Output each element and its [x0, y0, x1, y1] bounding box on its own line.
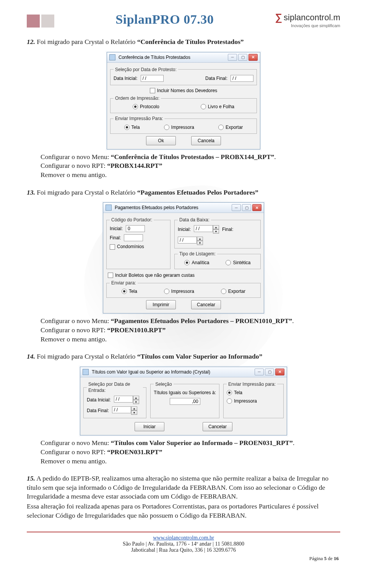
minimize-button[interactable]: ─ [255, 369, 264, 375]
group-legend: Enviar para: [110, 280, 138, 286]
input-data-final[interactable]: / / [231, 75, 253, 82]
radio-impressora[interactable]: Impressora [227, 398, 257, 404]
radio-tela[interactable]: Tela [122, 288, 137, 294]
input-data-inicial[interactable]: / /▲▼ [114, 396, 139, 404]
group-tipo-listagem: Tipo de Listagem: Analítica Sintética [174, 251, 261, 269]
item-text-bold: “Conferência de Títulos Protestados” [137, 38, 244, 45]
label-titulos-superiores: Títulos Iguais ou Superiores à: [154, 390, 216, 396]
label-data-final: Data Final: [87, 408, 109, 414]
radio-impressora[interactable]: Impressora [164, 288, 194, 294]
dialog-conferencia: Conferência de Títulos Protestados ─ ▢ ✕… [107, 52, 260, 149]
dialog-icon [106, 205, 112, 211]
radio-analitica[interactable]: Analítica [184, 260, 209, 266]
item-15-p2: Essa alteração foi realizada apenas para… [27, 502, 340, 520]
maximize-button[interactable]: ▢ [238, 54, 247, 61]
cancel-button[interactable]: Cancela [191, 136, 221, 145]
close-button[interactable]: ✕ [248, 54, 258, 61]
item-14: 14. Foi migrado para Crystal o Relatório… [27, 352, 340, 361]
group-legend: Tipo de Listagem: [178, 251, 217, 257]
dialog-titlebar: Pagamentos Efetuados pelos Portadores ─ … [103, 203, 264, 213]
group-legend: Enviar Impressão Para: [114, 115, 164, 122]
ok-button[interactable]: Ok [146, 136, 176, 145]
item-num: 14. [27, 352, 35, 360]
label-data-inicial: Data Inicial: [87, 397, 111, 403]
input-data-inicial[interactable]: / /▲▼ [194, 225, 219, 234]
checkbox-condominios[interactable]: Condomínios [110, 244, 144, 250]
footer-line1: São Paulo | Av. Paulista, 1776 - 14º and… [27, 541, 340, 547]
maximize-button[interactable]: ▢ [265, 369, 274, 375]
label-inicial: Inicial: [110, 226, 123, 232]
radio-protocolo[interactable]: Protocolo [133, 104, 159, 110]
page-title: SiplanPRO 07.30 [115, 12, 214, 27]
logo-left [27, 11, 54, 29]
minimize-button[interactable]: ─ [232, 204, 241, 211]
group-legend: Ordem de Impressão: [114, 95, 161, 101]
checkbox-incluir-boletos[interactable]: Incluir Boletos que não geraram custas [108, 272, 195, 278]
group-legend: Seleção [154, 381, 173, 387]
footer-line2: Jaboticabal | Rua Juca Quito, 336 | 16 3… [27, 547, 340, 553]
radio-tela[interactable]: Tela [227, 390, 242, 396]
input-codigo-final[interactable] [124, 234, 143, 241]
dialog-pagamentos: Pagamentos Efetuados pelos Portadores ─ … [103, 202, 264, 313]
radio-exportar[interactable]: Exportar [218, 124, 243, 130]
footer-url[interactable]: www.siplancontrolm.com.br [153, 535, 214, 541]
close-button[interactable]: ✕ [252, 204, 261, 211]
item-num: 15. [27, 474, 35, 482]
item-num: 12. [27, 38, 35, 45]
item-15: 15. A pedido do IEPTB-SP, realizamos uma… [27, 474, 340, 520]
radio-livro-folha[interactable]: Livro e Folha [201, 104, 234, 110]
item-text: Foi migrado para Crystal o Relatório [37, 352, 137, 360]
checkbox-incluir-nomes[interactable]: Incluir Nomes dos Devedores [150, 88, 217, 94]
group-codigo-portador: Código do Portador: Inicial: 0 Final: Co… [106, 217, 171, 269]
input-data-final[interactable]: / /▲▼ [112, 406, 137, 415]
group-data-protesto: Seleção por Data de Protesto: Data Inici… [110, 67, 257, 85]
radio-tela[interactable]: Tela [124, 124, 140, 130]
group-enviar-para: Enviar para: Tela Impressora Exportar [106, 280, 261, 298]
group-legend: Código do Portador: [110, 217, 154, 223]
minimize-button[interactable]: ─ [228, 54, 237, 61]
print-button[interactable]: Imprimir [146, 300, 176, 309]
cancel-button[interactable]: Cancelar [203, 422, 232, 431]
group-enviar-para: Enviar Impressão para: Tela Impressora [223, 381, 284, 418]
label-final: Final: [110, 235, 121, 241]
cancel-button[interactable]: Cancelar [191, 300, 221, 309]
dialog-titlebar: Conferência de Títulos Protestados ─ ▢ ✕ [107, 52, 260, 63]
group-ordem-impressao: Ordem de Impressão: Protocolo Livro e Fo… [110, 95, 257, 113]
item-13-config: Configurar o novo Menu: “Pagamentos Efet… [41, 317, 340, 344]
input-data-final[interactable]: / /▲▼ [178, 237, 203, 245]
page-number: Página 5 de 16 [27, 556, 340, 562]
brand-tagline: Inovações que simplificam [275, 23, 340, 28]
item-12-config: Configurar o novo Menu: “Conferência de … [41, 153, 340, 180]
start-button[interactable]: Iniciar [135, 422, 164, 431]
dialog-titlebar: Títulos com Valor Igual ou Superior ao I… [80, 367, 287, 377]
maximize-button[interactable]: ▢ [242, 204, 251, 211]
item-14-config: Configurar o novo Menu: “Títulos com Val… [41, 439, 340, 466]
dialog-icon [83, 369, 89, 375]
item-15-p1: A pedido do IEPTB-SP, realizamos uma alt… [27, 474, 328, 500]
label-inicial: Inicial: [178, 226, 191, 232]
input-codigo-inicial[interactable]: 0 [126, 225, 145, 232]
group-legend: Seleção por Data de Entrada: [87, 381, 143, 393]
logo-square-grey [41, 15, 54, 28]
label-data-final: Data Final: [205, 75, 227, 81]
dialog-icon [109, 54, 115, 60]
radio-impressora[interactable]: Impressora [164, 124, 194, 130]
close-button[interactable]: ✕ [275, 369, 284, 375]
dialog-titulos-valor: Títulos com Valor Igual ou Superior ao I… [80, 367, 287, 435]
input-valor[interactable]: ,00 [170, 398, 200, 405]
input-data-inicial[interactable]: / / [141, 75, 164, 82]
page-header: SiplanPRO 07.30 ∑ siplancontrol.m Inovaç… [27, 11, 340, 29]
group-data-baixa: Data da Baixa: Inicial: / /▲▼ Final: / /… [174, 217, 261, 249]
group-legend: Data da Baixa: [178, 217, 211, 223]
group-enviar-para: Enviar Impressão Para: Tela Impressora E… [110, 115, 257, 133]
logo-square-red [27, 15, 40, 28]
radio-exportar[interactable]: Exportar [221, 288, 245, 294]
item-12: 12. Foi migrado para Crystal o Relatório… [27, 37, 340, 47]
group-data-entrada: Seleção por Data de Entrada: Data Inicia… [83, 381, 146, 418]
item-text-bold: “Títulos com Valor Superior ao Informado… [137, 352, 263, 360]
item-text: Foi migrado para Crystal o Relatório [37, 188, 137, 196]
dialog-title: Conferência de Títulos Protestados [119, 54, 190, 60]
label-data-inicial: Data Inicial: [114, 75, 138, 81]
radio-sintetica[interactable]: Sintética [226, 260, 250, 266]
brand-name: siplancontrol.m [284, 13, 340, 23]
